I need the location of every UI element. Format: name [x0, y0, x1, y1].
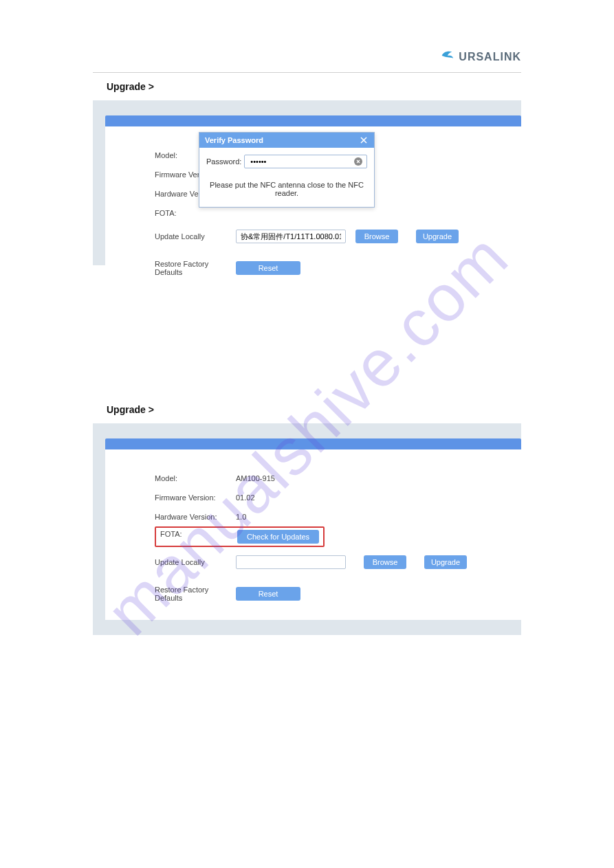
label-model: Model:	[155, 474, 236, 482]
dialog-title: Verify Password	[205, 136, 263, 144]
label-fota: FOTA:	[155, 209, 236, 217]
dialog-message: Please put the NFC antenna close to the …	[206, 168, 367, 201]
panel-header-bar	[105, 115, 521, 126]
panel-body: Model: AM100-915 Firmware Version: 01.02…	[105, 449, 521, 620]
value-model: AM100-915	[236, 474, 275, 482]
section-title-upgrade-a: Upgrade >	[107, 81, 521, 92]
dialog-clear-icon[interactable]	[354, 157, 362, 166]
label-update-locally: Update Locally	[155, 232, 236, 241]
dialog-password-label: Password:	[206, 157, 241, 166]
update-path-input-b[interactable]	[236, 555, 346, 569]
brand-icon	[439, 48, 454, 65]
section-title-upgrade-b: Upgrade >	[107, 404, 521, 415]
panel-header-bar	[105, 438, 521, 449]
row-firmware: Firmware Version: 01.02	[155, 488, 506, 507]
row-restore-b: Restore Factory Defaults Reset	[155, 584, 506, 603]
reset-button-b[interactable]: Reset	[236, 587, 300, 601]
row-model: Model: AM100-915	[155, 469, 506, 488]
verify-password-dialog: Verify Password Password: Please put the…	[199, 132, 375, 208]
value-firmware: 01.02	[236, 493, 255, 502]
row-restore: Restore Factory Defaults Reset	[155, 258, 506, 278]
reset-button[interactable]: Reset	[236, 261, 300, 275]
upgrade-button[interactable]: Upgrade	[416, 230, 459, 243]
value-hardware: 1.0	[236, 513, 246, 521]
brand-name: URSALINK	[459, 51, 521, 63]
label-update-locally-b: Update Locally	[155, 558, 236, 566]
upgrade-button-b[interactable]: Upgrade	[424, 555, 467, 569]
dialog-password-field-wrap	[244, 155, 367, 168]
dialog-close-icon[interactable]	[359, 135, 369, 145]
row-fota: FOTA: Check for Updates	[155, 526, 506, 547]
dialog-password-row: Password:	[206, 155, 367, 168]
update-path-input[interactable]	[236, 230, 346, 243]
fota-highlight-box: FOTA: Check for Updates	[155, 526, 325, 547]
panel-upgrade-b: Model: AM100-915 Firmware Version: 01.02…	[93, 423, 521, 635]
label-restore-b: Restore Factory Defaults	[155, 586, 236, 602]
page-header: URSALINK	[93, 48, 521, 73]
check-updates-button[interactable]: Check for Updates	[237, 530, 319, 544]
dialog-titlebar: Verify Password	[199, 133, 374, 148]
panel-upgrade-a: Model: Firmware Version: Hardware Versio…	[93, 100, 521, 265]
browse-button-b[interactable]: Browse	[364, 555, 406, 569]
dialog-body: Password: Please put the NFC antenna clo…	[199, 148, 374, 207]
label-firmware: Firmware Version:	[155, 493, 236, 502]
row-update-locally-b: Update Locally Browse Upgrade	[155, 553, 506, 572]
browse-button[interactable]: Browse	[355, 230, 398, 243]
label-restore: Restore Factory Defaults	[155, 260, 236, 276]
label-fota-b: FOTA:	[160, 530, 237, 544]
label-hardware: Hardware Version:	[155, 513, 236, 521]
dialog-password-input[interactable]	[249, 157, 354, 166]
row-update-locally: Update Locally Browse Upgrade	[155, 227, 506, 246]
row-hardware: Hardware Version: 1.0	[155, 507, 506, 526]
